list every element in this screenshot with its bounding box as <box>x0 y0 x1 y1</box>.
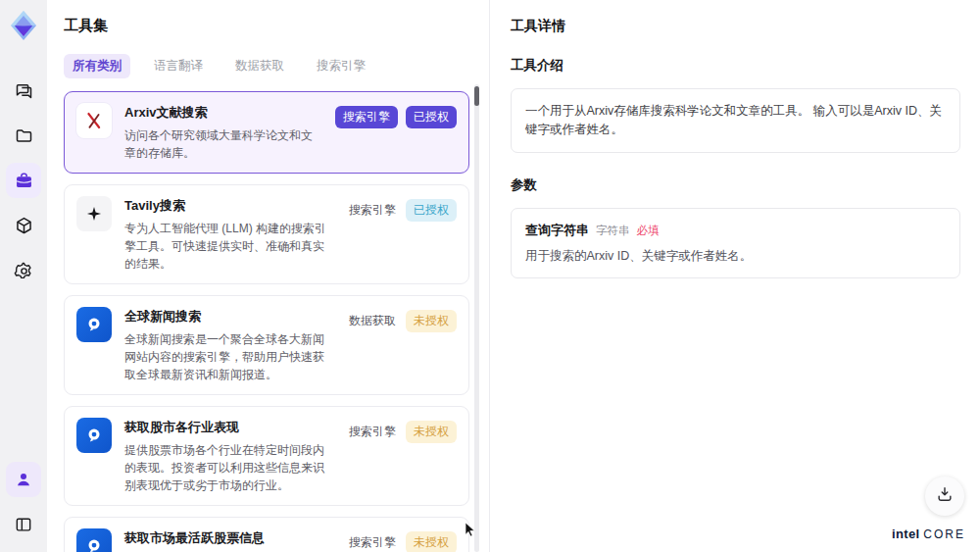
tool-description: 专为人工智能代理 (LLM) 构建的搜索引擎工具。可快速提供实时、准确和真实的结… <box>124 220 334 273</box>
status-badge: 未授权 <box>406 421 457 443</box>
chat-bubbles-icon <box>14 80 34 101</box>
core-brand-text: CORE <box>923 527 965 541</box>
tool-detail-panel: 工具详情 工具介绍 一个用于从Arxiv存储库搜索科学论文和文章的工具。 输入可… <box>491 0 980 552</box>
intro-heading: 工具介绍 <box>511 57 960 75</box>
tool-name: Arxiv文献搜索 <box>124 104 322 122</box>
category-tabs: 所有类别 语言翻译 数据获取 搜索引擎 <box>64 54 489 78</box>
gear-icon <box>14 261 34 281</box>
sidebar-item-tools[interactable] <box>6 163 41 198</box>
tool-card-list: Arxiv文献搜索 访问各个研究领域大量科学论文和文章的存储库。 搜索引擎 已授… <box>64 91 469 552</box>
tool-card-arxiv[interactable]: Arxiv文献搜索 访问各个研究领域大量科学论文和文章的存储库。 搜索引擎 已授… <box>64 91 469 174</box>
sidebar-item-collapse[interactable] <box>6 507 41 542</box>
panel-toggle-icon <box>14 515 33 534</box>
tool-description: 访问各个研究领域大量科学论文和文章的存储库。 <box>124 126 322 162</box>
tab-data-acquisition[interactable]: 数据获取 <box>226 54 293 78</box>
tool-description: 全球新闻搜索是一个聚合全球各大新闻网站内容的搜索引擎，帮助用户快速获取全球最新资… <box>124 330 334 383</box>
sidebar-item-files[interactable] <box>6 118 41 153</box>
download-button[interactable] <box>925 477 964 516</box>
category-badge: 搜索引擎 <box>347 421 398 443</box>
list-scrollbar[interactable] <box>474 84 479 552</box>
param-item: 查询字符串 字符串 必填 用于搜索的Arxiv ID、关键字或作者姓名。 <box>511 208 960 278</box>
sidebar-item-models[interactable] <box>6 208 41 243</box>
status-badge: 已授权 <box>406 199 457 222</box>
category-badge: 搜索引擎 <box>347 531 398 552</box>
intel-brand-text: intel <box>892 527 919 541</box>
tool-card-tavily[interactable]: Tavily搜索 专为人工智能代理 (LLM) 构建的搜索引擎工具。可快速提供实… <box>64 184 469 284</box>
download-icon <box>935 484 955 508</box>
q-search-logo-icon <box>76 418 112 453</box>
tavily-star-icon <box>76 196 112 231</box>
q-search-logo-icon <box>76 528 112 552</box>
sidebar-item-chat[interactable] <box>6 73 41 108</box>
tab-search-engine[interactable]: 搜索引擎 <box>308 54 374 78</box>
tool-card-sector-performance[interactable]: 获取股市各行业表现 提供股票市场各个行业在特定时间段内的表现。投资者可以利用这些… <box>64 406 469 506</box>
category-badge: 搜索引擎 <box>335 106 398 128</box>
app-logo-icon <box>6 8 41 43</box>
arxiv-logo-icon <box>76 103 112 138</box>
page-title: 工具集 <box>64 17 489 35</box>
folder-icon <box>14 125 34 146</box>
sidebar-item-settings[interactable] <box>6 253 41 288</box>
param-name: 查询字符串 <box>525 222 589 239</box>
param-required-badge: 必填 <box>637 224 660 238</box>
status-badge: 已授权 <box>406 106 457 128</box>
tool-card-global-news[interactable]: 全球新闻搜索 全球新闻搜索是一个聚合全球各大新闻网站内容的搜索引擎，帮助用户快速… <box>64 295 469 395</box>
tool-name: 获取市场最活跃股票信息 <box>124 529 334 547</box>
tool-name: Tavily搜索 <box>124 197 334 215</box>
intro-text: 一个用于从Arxiv存储库搜索科学论文和文章的工具。 输入可以是Arxiv ID… <box>511 88 960 153</box>
tools-list-panel: 工具集 所有类别 语言翻译 数据获取 搜索引擎 Arxiv文献搜索 访问各个研究… <box>47 0 490 552</box>
user-icon <box>14 470 33 489</box>
briefcase-icon <box>14 171 34 191</box>
params-heading: 参数 <box>511 176 960 194</box>
detail-title: 工具详情 <box>511 18 960 35</box>
status-badge: 未授权 <box>406 310 457 332</box>
tool-description: 提供股票市场各个行业在特定时间段内的表现。投资者可以利用这些信息来识别表现优于或… <box>124 441 334 494</box>
tool-name: 获取股市各行业表现 <box>124 419 334 436</box>
intel-core-logo: intel CORE <box>892 527 965 541</box>
tab-language-translation[interactable]: 语言翻译 <box>145 54 212 78</box>
category-badge: 搜索引擎 <box>347 199 398 222</box>
sidebar-item-account[interactable] <box>6 462 41 497</box>
category-badge: 数据获取 <box>347 310 398 332</box>
tool-name: 全球新闻搜索 <box>124 308 334 326</box>
tab-all-categories[interactable]: 所有类别 <box>64 54 130 78</box>
tool-card-most-active-stocks[interactable]: 获取市场最活跃股票信息 提供当天交易量最高的股票列表。投资者可以利用这些信息来识… <box>64 517 469 552</box>
param-type: 字符串 <box>596 224 630 238</box>
list-scrollbar-thumb[interactable] <box>474 86 479 106</box>
param-description: 用于搜索的Arxiv ID、关键字或作者姓名。 <box>525 248 946 265</box>
status-badge: 未授权 <box>406 531 457 552</box>
q-search-logo-icon <box>76 307 112 342</box>
left-rail <box>0 0 47 552</box>
cube-icon <box>14 216 34 236</box>
app-window: 工具集 所有类别 语言翻译 数据获取 搜索引擎 Arxiv文献搜索 访问各个研究… <box>0 0 980 552</box>
